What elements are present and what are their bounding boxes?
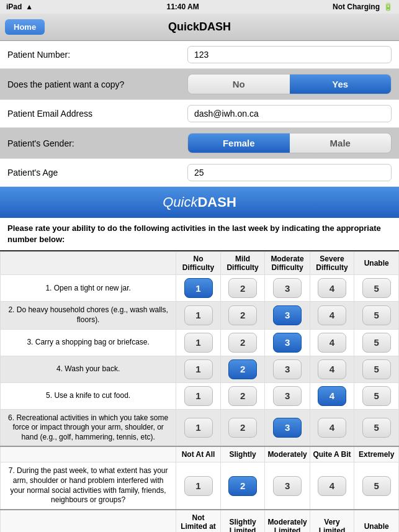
gender-female-button[interactable]: Female: [188, 133, 290, 153]
question-row-3: 3. Carry a shopping bag or briefcase. 1 …: [1, 329, 399, 356]
age-input[interactable]: [187, 164, 392, 181]
col-header2-5: Extremely: [354, 446, 399, 462]
age-row: Patient's Age: [0, 159, 399, 187]
q5-rating-2[interactable]: 2: [228, 386, 257, 406]
patient-number-row: Patient Number:: [0, 41, 399, 69]
q5-rating-5[interactable]: 5: [362, 386, 391, 406]
device-label: iPad: [6, 2, 22, 11]
q1-btn-1[interactable]: 1: [176, 275, 221, 302]
col-header2-2: Slightly: [220, 446, 265, 462]
sub-header-spacer-3: [1, 510, 176, 532]
q2-rating-2[interactable]: 2: [228, 305, 257, 325]
gender-male-button[interactable]: Male: [290, 133, 392, 153]
quickdash-bold: DASH: [197, 194, 236, 210]
q2-rating-1[interactable]: 1: [184, 305, 213, 325]
sub-header-row-3: Not Limited at All Slightly Limited Mode…: [1, 510, 399, 532]
rating-table: No Difficulty Mild Difficulty Moderate D…: [0, 251, 399, 532]
col-header-3: Moderate Difficulty: [265, 252, 310, 275]
q6-text: 6. Recreational activities in which you …: [1, 409, 176, 446]
q3-rating-3[interactable]: 3: [273, 333, 302, 353]
col-header3-2: Slightly Limited: [220, 510, 265, 532]
q3-text: 3. Carry a shopping bag or briefcase.: [1, 329, 176, 356]
q6-rating-4[interactable]: 4: [318, 418, 346, 438]
q4-rating-1[interactable]: 1: [184, 359, 213, 379]
q7-rating-2[interactable]: 2: [228, 476, 257, 496]
instructions-text: Please rate your ability to do the follo…: [0, 218, 399, 251]
q1-rating-1[interactable]: 1: [184, 278, 213, 298]
q1-rating-3[interactable]: 3: [273, 278, 302, 298]
q2-rating-4[interactable]: 4: [318, 305, 346, 325]
col-header3-1: Not Limited at All: [176, 510, 221, 532]
battery-icon: 🔋: [383, 2, 393, 11]
wifi-icon: ▲: [25, 2, 33, 11]
q5-rating-4[interactable]: 4: [318, 386, 346, 406]
header-row-1: No Difficulty Mild Difficulty Moderate D…: [1, 252, 399, 275]
patient-number-input[interactable]: [187, 46, 392, 63]
email-row: Patient Email Address: [0, 100, 399, 128]
home-button[interactable]: Home: [5, 19, 45, 35]
q1-rating-4[interactable]: 4: [318, 278, 346, 298]
q1-btn-4[interactable]: 4: [310, 275, 354, 302]
col-header3-4: Very Limited: [310, 510, 354, 532]
col-header3-3: Moderately Limited: [265, 510, 310, 532]
q1-text: 1. Open a tight or new jar.: [1, 275, 176, 302]
copy-no-button[interactable]: No: [188, 74, 290, 94]
q4-rating-3[interactable]: 3: [273, 359, 302, 379]
q6-rating-1[interactable]: 1: [184, 418, 213, 438]
q2-rating-3[interactable]: 3: [273, 305, 302, 325]
question-row-1: 1. Open a tight or new jar. 1 2 3 4 5: [1, 275, 399, 302]
sub-header-row-2: Not At All Slightly Moderately Quite A B…: [1, 446, 399, 462]
status-right: Not Charging 🔋: [333, 2, 393, 11]
q3-rating-5[interactable]: 5: [362, 333, 391, 353]
q3-rating-2[interactable]: 2: [228, 333, 257, 353]
q1-rating-5[interactable]: 5: [362, 278, 391, 298]
q7-text: 7. During the past week, to what extent …: [1, 462, 176, 510]
col-header2-4: Quite A Bit: [310, 446, 354, 462]
col-header-4: Severe Difficulty: [310, 252, 354, 275]
header-empty: [1, 252, 176, 275]
gender-segmented: Female Male: [187, 133, 392, 153]
quickdash-italic: Quick: [163, 194, 197, 210]
question-row-5: 5. Use a knife to cut food. 1 2 3 4 5: [1, 382, 399, 409]
col-header3-5: Unable: [354, 510, 399, 532]
q6-rating-5[interactable]: 5: [362, 418, 391, 438]
nav-title: QuickDASH: [168, 20, 231, 34]
question-row-4: 4. Wash your back. 1 2 3 4 5: [1, 356, 399, 382]
status-left: iPad ▲: [6, 2, 33, 11]
sub-header-spacer-2: [1, 446, 176, 462]
q1-rating-2[interactable]: 2: [228, 278, 257, 298]
q6-rating-2[interactable]: 2: [228, 418, 257, 438]
q4-rating-4[interactable]: 4: [318, 359, 346, 379]
gender-row: Patient's Gender: Female Male: [0, 128, 399, 159]
q1-btn-5[interactable]: 5: [354, 275, 399, 302]
q3-rating-4[interactable]: 4: [318, 333, 346, 353]
status-bar: iPad ▲ 11:40 AM Not Charging 🔋: [0, 0, 399, 14]
q1-btn-3[interactable]: 3: [265, 275, 310, 302]
nav-bar: Home QuickDASH: [0, 14, 399, 41]
q7-rating-4[interactable]: 4: [318, 476, 346, 496]
col-header-5: Unable: [354, 252, 399, 275]
copy-question-row: Does the patient want a copy? No Yes: [0, 69, 399, 100]
q5-rating-1[interactable]: 1: [184, 386, 213, 406]
question-row-2: 2. Do heavy household chores (e.g., wash…: [1, 302, 399, 329]
question-row-6: 6. Recreational activities in which you …: [1, 409, 399, 446]
q5-text: 5. Use a knife to cut food.: [1, 382, 176, 409]
q6-rating-3[interactable]: 3: [273, 418, 302, 438]
q7-rating-3[interactable]: 3: [273, 476, 302, 496]
q2-rating-5[interactable]: 5: [362, 305, 391, 325]
col-header-1: No Difficulty: [176, 252, 221, 275]
q1-btn-2[interactable]: 2: [220, 275, 265, 302]
q7-rating-5[interactable]: 5: [362, 476, 391, 496]
gender-label: Patient's Gender:: [7, 138, 187, 148]
email-input[interactable]: [187, 105, 392, 122]
form-content: Patient Number: Does the patient want a …: [0, 41, 399, 532]
patient-number-label: Patient Number:: [7, 50, 187, 60]
q7-rating-1[interactable]: 1: [184, 476, 213, 496]
q4-rating-2[interactable]: 2: [228, 359, 257, 379]
copy-yes-button[interactable]: Yes: [290, 74, 392, 94]
q4-rating-5[interactable]: 5: [362, 359, 391, 379]
q3-rating-1[interactable]: 1: [184, 333, 213, 353]
q2-text: 2. Do heavy household chores (e.g., wash…: [1, 302, 176, 329]
q5-rating-3[interactable]: 3: [273, 386, 302, 406]
quickdash-banner: QuickDASH: [0, 187, 399, 218]
